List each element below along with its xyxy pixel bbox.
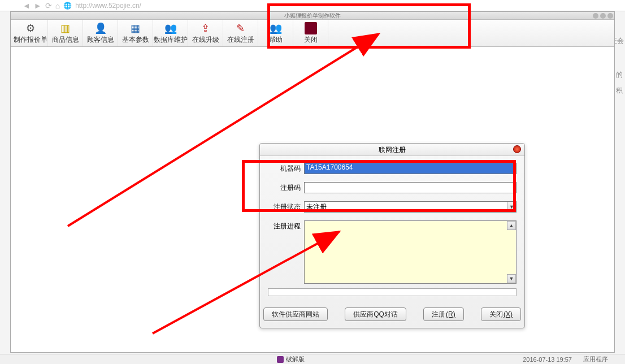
toolbar-help[interactable]: 👥 帮助 xyxy=(258,20,293,46)
hotkey-label: (R) xyxy=(446,310,455,318)
register-icon: ✎ xyxy=(235,22,247,34)
reg-status-label: 注册状态 xyxy=(268,202,301,212)
toolbar-label: 在线升级 xyxy=(192,35,219,45)
toolbar-online-upgrade[interactable]: ⇪ 在线升级 xyxy=(188,20,223,46)
maximize-button[interactable] xyxy=(600,13,606,19)
register-button[interactable]: 注册(R) xyxy=(423,307,464,321)
button-label: 注册 xyxy=(432,310,445,319)
button-label: 软件供应商网站 xyxy=(272,310,319,319)
reg-code-input[interactable] xyxy=(304,182,517,193)
taskbar-item-label: 破解版 xyxy=(286,355,305,363)
window-title: 小狐狸报价单制作软件 xyxy=(284,12,341,19)
scroll-down-icon[interactable]: ▼ xyxy=(507,274,516,283)
window-controls xyxy=(593,12,613,20)
toolbar-basic-params[interactable]: ▦ 基本参数 xyxy=(118,20,153,46)
main-toolbar: ⚙ 制作报价单 ▥ 商品信息 👤 顾客信息 ▦ 基本参数 👥 数据库维护 ⇪ 在… xyxy=(11,20,614,47)
machine-code-value: TA15A1700654 xyxy=(306,163,353,171)
toolbar-label: 制作报价单 xyxy=(14,35,47,45)
person-icon: 👤 xyxy=(94,22,107,34)
button-label: 供应商QQ对话 xyxy=(353,310,398,319)
toolbar-label: 基本参数 xyxy=(122,35,149,45)
toolbar-close[interactable]: 关闭 xyxy=(293,20,328,46)
toolbar-product-info[interactable]: ▥ 商品信息 xyxy=(48,20,83,46)
back-arrow-icon[interactable]: ◄ xyxy=(23,1,31,10)
help-icon: 👥 xyxy=(270,22,282,34)
toolbar-label: 商品信息 xyxy=(52,35,79,45)
globe-icon: 🌐 xyxy=(63,2,72,10)
toolbar-db-maintain[interactable]: 👥 数据库维护 xyxy=(153,20,188,46)
home-icon[interactable]: ⌂ xyxy=(55,1,60,10)
button-label: 关闭 xyxy=(489,310,503,319)
reload-icon[interactable]: ⟳ xyxy=(45,1,52,10)
browser-address-bar: ◄ ► ⟳ ⌂ 🌐 http://www.52pojie.cn/ xyxy=(0,0,625,11)
toolbar-label: 帮助 xyxy=(269,35,283,45)
dialog-title-text: 联网注册 xyxy=(379,146,406,154)
db-person-icon: 👥 xyxy=(164,22,177,34)
taskbar-type: 应用程序 xyxy=(583,355,608,363)
reg-code-label: 注册码 xyxy=(268,183,301,193)
bg-text: 积 xyxy=(616,86,623,96)
machine-code-input[interactable]: TA15A1700654 xyxy=(304,163,517,174)
register-dialog: 联网注册 机器码 TA15A1700654 注册码 xyxy=(259,143,525,328)
forward-arrow-icon[interactable]: ► xyxy=(34,1,42,10)
grid-icon: ▦ xyxy=(129,22,142,34)
dialog-close-button[interactable] xyxy=(513,145,521,153)
app-window: 小狐狸报价单制作软件 ⚙ 制作报价单 ▥ 商品信息 👤 顾客信息 ▦ 基本参数 … xyxy=(10,11,615,353)
dialog-button-row: 软件供应商网站 供应商QQ对话 注册(R) 关闭(X) xyxy=(260,302,524,328)
window-titlebar[interactable]: 小狐狸报价单制作软件 xyxy=(11,12,614,20)
scroll-up-icon[interactable]: ▲ xyxy=(507,221,516,230)
reg-status-value: 未注册 xyxy=(306,202,327,212)
reg-status-select[interactable]: 未注册 ▼ xyxy=(304,201,517,213)
dialog-titlebar[interactable]: 联网注册 xyxy=(260,144,524,156)
taskbar-fragment: 破解版 2016-07-13 19:57 应用程序 xyxy=(0,354,625,364)
dialog-close-button-bottom[interactable]: 关闭(X) xyxy=(481,307,521,321)
close-window-button[interactable] xyxy=(607,13,613,19)
bg-text: 的 xyxy=(616,70,623,80)
gear-icon: ⚙ xyxy=(24,22,37,34)
row-reg-status: 注册状态 未注册 ▼ xyxy=(268,201,517,213)
chevron-down-icon[interactable]: ▼ xyxy=(507,202,516,212)
hotkey-label: (X) xyxy=(504,310,513,318)
progress-label: 注册进程 xyxy=(268,222,301,231)
row-progress: 注册进程 ▲ ▼ xyxy=(268,220,517,284)
toolbar-label: 顾客信息 xyxy=(87,35,114,45)
upgrade-icon: ⇪ xyxy=(199,22,212,34)
toolbar-label: 数据库维护 xyxy=(154,35,188,45)
machine-code-label: 机器码 xyxy=(268,164,301,174)
archive-icon xyxy=(277,356,284,363)
vendor-qq-button[interactable]: 供应商QQ对话 xyxy=(345,307,406,321)
close-icon xyxy=(305,22,317,34)
toolbar-label: 关闭 xyxy=(304,35,318,45)
toolbar-label: 在线注册 xyxy=(227,35,254,45)
progress-textarea[interactable]: ▲ ▼ xyxy=(304,220,517,284)
package-icon: ▥ xyxy=(59,22,72,34)
minimize-button[interactable] xyxy=(593,13,598,19)
workspace: 联网注册 机器码 TA15A1700654 注册码 xyxy=(11,47,614,352)
toolbar-make-quote[interactable]: ⚙ 制作报价单 xyxy=(13,20,48,46)
row-reg-code: 注册码 xyxy=(268,182,517,193)
toolbar-online-register[interactable]: ✎ 在线注册 xyxy=(223,20,258,46)
vendor-site-button[interactable]: 软件供应商网站 xyxy=(263,307,328,321)
toolbar-customer-info[interactable]: 👤 顾客信息 xyxy=(83,20,118,46)
progress-status-bar xyxy=(268,288,517,296)
url-text[interactable]: http://www.52pojie.cn/ xyxy=(75,2,141,10)
taskbar-datetime: 2016-07-13 19:57 xyxy=(523,356,572,363)
dialog-body: 机器码 TA15A1700654 注册码 注册状态 xyxy=(260,156,524,302)
row-machine-code: 机器码 TA15A1700654 xyxy=(268,163,517,174)
taskbar-item[interactable]: 破解版 xyxy=(277,355,305,363)
